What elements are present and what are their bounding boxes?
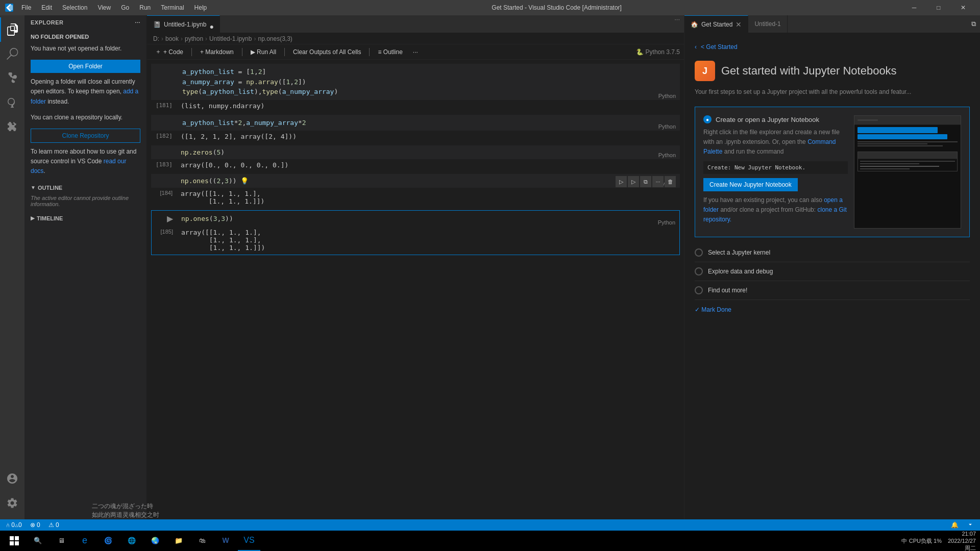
cell5-code[interactable]: np.ones(3,3))	[177, 212, 679, 226]
more-toolbar-button[interactable]: ···	[409, 47, 422, 57]
taskbar-right: 中 CPU负载 1% 21:07 2022/12/27 周二	[901, 530, 976, 551]
menu-file[interactable]: File	[17, 3, 35, 12]
menu-terminal[interactable]: Terminal	[157, 3, 188, 12]
no-folder-heading: NO FOLDER OPENED	[31, 34, 140, 40]
cell4-copy[interactable]: ⧉	[640, 176, 651, 187]
taskbar-chrome[interactable]: 🌐	[120, 531, 143, 551]
mark-done-button[interactable]: ✓ Mark Done	[695, 300, 970, 319]
minimize-button[interactable]: ─	[902, 0, 926, 15]
settings-icon[interactable]	[0, 491, 24, 515]
feature-body1: Right click in the file explorer and cre…	[703, 128, 848, 157]
breadcrumb-symbol[interactable]: np.ones(3,3)	[258, 35, 292, 42]
notification-icon[interactable]: 🔔	[949, 521, 961, 529]
cell2-code[interactable]: a_python_list*2,a_numpy_array*2	[178, 115, 680, 131]
get-started-close[interactable]: ✕	[736, 20, 742, 29]
breadcrumb-d[interactable]: D:	[153, 35, 159, 42]
account-icon[interactable]	[0, 466, 24, 491]
open-folder-button[interactable]: Open Folder	[31, 60, 140, 73]
sidebar-menu-icon[interactable]: ···	[135, 19, 140, 26]
taskbar-file-explorer[interactable]: 📁	[167, 531, 190, 551]
clone-repository-button[interactable]: Clone Repository	[31, 129, 140, 143]
menu-help[interactable]: Help	[190, 3, 211, 12]
clear-outputs-button[interactable]: Clear Outputs of All Cells	[289, 47, 365, 57]
get-started-tab[interactable]: 🏠 Get Started ✕	[684, 15, 748, 33]
source-control-icon[interactable]	[0, 66, 24, 91]
get-started-icon: 🏠	[691, 21, 698, 28]
svg-rect-0	[10, 536, 14, 540]
cell3-lang: Python	[658, 152, 676, 158]
untitled-tab[interactable]: Untitled-1	[748, 15, 787, 33]
activity-bottom	[0, 466, 24, 515]
svg-rect-3	[15, 541, 19, 545]
outline-button[interactable]: ≡ Outline	[374, 47, 406, 57]
split-editor-icon[interactable]: ⧉	[971, 20, 976, 28]
breadcrumb-python[interactable]: python	[185, 35, 203, 42]
editor-more-button[interactable]: ···	[670, 15, 684, 33]
sidebar-content: NO FOLDER OPENED You have not yet opened…	[24, 30, 146, 519]
taskbar: 🔍 🖥 e 🌀 🌐 🌏 📁 🛍 W VS 中 CPU负载 1% 21:07 20…	[0, 531, 980, 551]
cell4-code[interactable]: np.ones((2,3)) 💡	[177, 174, 680, 188]
maximize-button[interactable]: □	[927, 0, 950, 15]
git-status[interactable]: ⑃ 0△0	[4, 521, 24, 529]
cell1-code[interactable]: a_python_list = [1,2] a_numpy_array = np…	[178, 64, 680, 100]
status-right: 🔔	[949, 521, 976, 530]
breadcrumb-book[interactable]: book	[165, 35, 179, 42]
timeline-header[interactable]: ▶ TIMELINE	[31, 215, 140, 221]
taskbar-vscode[interactable]: VS	[238, 531, 260, 551]
taskbar-word[interactable]: W	[214, 531, 237, 551]
cell4-run-below[interactable]: ▷	[628, 176, 639, 187]
get-started-back-nav[interactable]: ‹ < Get Started	[695, 43, 970, 51]
titlebar-left: File Edit Selection View Go Run Terminal…	[5, 3, 211, 12]
clock-time: 21:07	[948, 530, 976, 537]
tray-icon-lang[interactable]: 中	[901, 537, 907, 545]
windows-start-button[interactable]	[4, 531, 24, 551]
notebook-tab[interactable]: 📓 Untitled-1.ipynb ●	[147, 15, 220, 33]
cell5-output: array([[1., 1., 1.], [1., 1., 1.], [1., …	[177, 228, 679, 253]
tab-label: Untitled-1.ipynb	[164, 21, 206, 28]
taskbar-search[interactable]: 🔍	[27, 531, 49, 551]
cell4-more[interactable]: ···	[652, 176, 664, 187]
taskbar-task-view[interactable]: 🖥	[50, 531, 72, 551]
run-all-button[interactable]: ▶ Run All	[247, 47, 280, 57]
right-panel-tabs: 🏠 Get Started ✕ Untitled-1 ⧉	[684, 15, 980, 33]
error-status[interactable]: ⊗ 0	[28, 521, 42, 529]
outline-header[interactable]: ▼ OUTLINE	[31, 185, 140, 191]
taskbar-cortana[interactable]: 🌀	[97, 531, 119, 551]
menu-selection[interactable]: Selection	[58, 3, 91, 12]
breadcrumb-file[interactable]: Untitled-1.ipynb	[209, 35, 252, 42]
timeline-label: TIMELINE	[37, 215, 63, 221]
close-button[interactable]: ✕	[951, 0, 975, 15]
taskbar-edge[interactable]: e	[74, 531, 96, 551]
cell3-out-label: [183]	[151, 160, 177, 170]
menu-edit[interactable]: Edit	[37, 3, 56, 12]
step-explore[interactable]: Explore data and debug	[695, 262, 970, 281]
cell4-run-above[interactable]: ▷	[616, 176, 627, 187]
step-kernel[interactable]: Select a Jupyter kernel	[695, 243, 970, 262]
add-code-button[interactable]: ＋ + Code	[151, 46, 187, 57]
step-more[interactable]: Find out more!	[695, 281, 970, 300]
cell1-lang: Python	[658, 93, 676, 99]
add-markdown-button[interactable]: + Markdown	[196, 47, 238, 57]
taskbar-store[interactable]: 🛍	[191, 531, 213, 551]
warning-status[interactable]: ⚠ 0	[46, 521, 61, 529]
feature-command: Create: New Jupyter Notebook.	[703, 161, 848, 174]
main-layout: EXPLORER ··· NO FOLDER OPENED You have n…	[0, 15, 980, 519]
right-panel-content: ‹ < Get Started J Get started with Jupyt…	[684, 33, 980, 519]
feature-preview	[854, 115, 961, 229]
cell3-code[interactable]: np.zeros(5)	[177, 145, 680, 159]
create-notebook-button[interactable]: Create New Jupyter Notebook	[703, 178, 798, 191]
cell5-run-button[interactable]: ▶	[152, 211, 177, 227]
menu-run[interactable]: Run	[135, 3, 155, 12]
extensions-icon[interactable]	[0, 115, 24, 140]
search-activity-icon[interactable]	[0, 42, 24, 66]
kernel-label[interactable]: Python 3.7.5	[646, 48, 680, 56]
menu-go[interactable]: Go	[117, 3, 133, 12]
tab-bar: 📓 Untitled-1.ipynb ● ···	[147, 15, 684, 33]
cell4-delete[interactable]: 🗑	[665, 176, 676, 187]
explorer-header: EXPLORER ···	[24, 15, 146, 30]
taskbar-ie[interactable]: 🌏	[144, 531, 166, 551]
run-debug-icon[interactable]	[0, 91, 24, 115]
remote-icon[interactable]	[965, 521, 976, 530]
explorer-icon[interactable]	[0, 17, 24, 42]
menu-view[interactable]: View	[93, 3, 115, 12]
